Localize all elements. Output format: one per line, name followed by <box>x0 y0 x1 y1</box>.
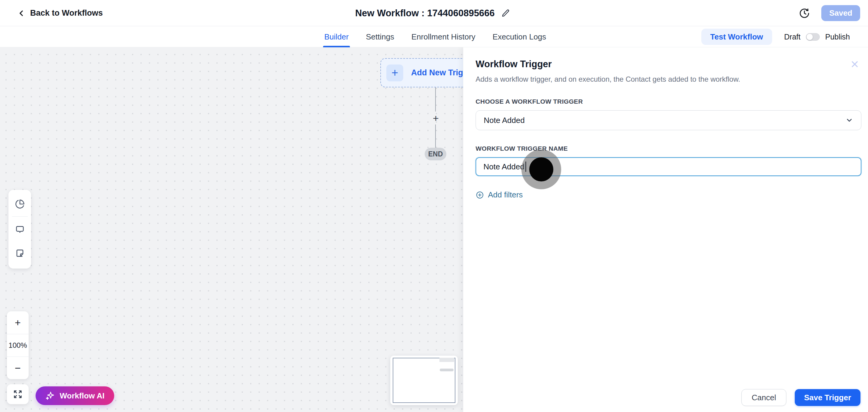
comments-chat-icon[interactable] <box>15 225 25 235</box>
zoom-out-button[interactable]: − <box>7 356 29 379</box>
minimap[interactable] <box>390 356 458 405</box>
zoom-in-button[interactable]: + <box>7 311 29 334</box>
add-filters-link[interactable]: Add filters <box>475 190 523 199</box>
tab-bar: Builder Settings Enrollment History Exec… <box>0 26 868 47</box>
rail-divider <box>12 216 28 217</box>
stats-pie-chart-icon[interactable] <box>15 199 25 209</box>
edit-title-pencil-icon[interactable] <box>501 9 510 18</box>
workflow-ai-button[interactable]: Workflow AI <box>36 386 114 405</box>
fit-to-screen-button[interactable] <box>7 384 29 404</box>
tab-settings[interactable]: Settings <box>366 26 394 47</box>
end-node: END <box>425 148 446 160</box>
back-label: Back to Workflows <box>30 8 103 18</box>
page-title: New Workflow : 1744060895666 <box>355 8 495 19</box>
saved-button[interactable]: Saved <box>821 5 860 21</box>
publish-toggle[interactable] <box>806 33 820 41</box>
workflow-trigger-name-input[interactable]: Note Added <box>475 157 861 176</box>
workflow-trigger-panel: Workflow Trigger Adds a workflow trigger… <box>463 47 868 412</box>
trigger-name-label: WORKFLOW TRIGGER NAME <box>475 145 568 152</box>
sparkles-icon <box>45 391 55 401</box>
connector-line-top <box>435 87 436 112</box>
minimap-end-node <box>440 369 454 371</box>
test-workflow-button[interactable]: Test Workflow <box>701 29 772 45</box>
top-bar: Back to Workflows New Workflow : 1744060… <box>0 0 868 26</box>
chevron-left-icon <box>18 9 25 17</box>
circle-plus-icon <box>475 191 484 199</box>
text-caret <box>525 162 526 172</box>
panel-description: Adds a workflow trigger, and on executio… <box>475 75 740 84</box>
publish-label: Publish <box>825 33 850 41</box>
close-panel-button[interactable] <box>849 58 861 70</box>
panel-title: Workflow Trigger <box>475 59 552 70</box>
add-new-trigger-label: Add New Trigger <box>411 68 463 77</box>
add-filters-label: Add filters <box>488 190 523 199</box>
minimap-trigger-node <box>439 358 454 362</box>
trigger-name-value: Note Added <box>484 162 524 171</box>
plus-icon: + <box>386 64 403 82</box>
draft-label: Draft <box>784 33 801 41</box>
notes-icon[interactable] <box>15 248 25 258</box>
add-new-trigger-node[interactable]: + Add New Trigger <box>380 58 463 87</box>
expand-arrows-icon <box>13 390 22 399</box>
connector-line-bottom <box>435 124 436 148</box>
workflow-trigger-select[interactable]: Note Added <box>475 110 861 130</box>
back-to-workflows-link[interactable]: Back to Workflows <box>18 0 103 26</box>
add-step-plus-icon[interactable]: + <box>430 113 441 124</box>
chevron-down-icon <box>845 116 853 124</box>
selected-trigger-value: Note Added <box>484 116 525 125</box>
close-icon <box>850 60 859 68</box>
tab-execution-logs[interactable]: Execution Logs <box>493 26 546 47</box>
cancel-button[interactable]: Cancel <box>741 389 786 406</box>
minimap-viewport <box>393 358 456 403</box>
canvas-tool-rail <box>8 190 31 268</box>
tab-enrollment-history[interactable]: Enrollment History <box>411 26 475 47</box>
tab-builder[interactable]: Builder <box>324 26 349 47</box>
zoom-level: 100% <box>7 334 29 356</box>
save-trigger-button[interactable]: Save Trigger <box>795 389 861 406</box>
workflow-canvas[interactable]: + Add New Trigger + END + 100% − <box>0 47 463 412</box>
workflow-ai-label: Workflow AI <box>60 391 104 401</box>
zoom-controls: + 100% − <box>7 311 29 379</box>
version-history-icon[interactable] <box>799 8 810 19</box>
choose-trigger-label: CHOOSE A WORKFLOW TRIGGER <box>475 98 583 105</box>
publish-toggle-knob <box>807 34 813 40</box>
